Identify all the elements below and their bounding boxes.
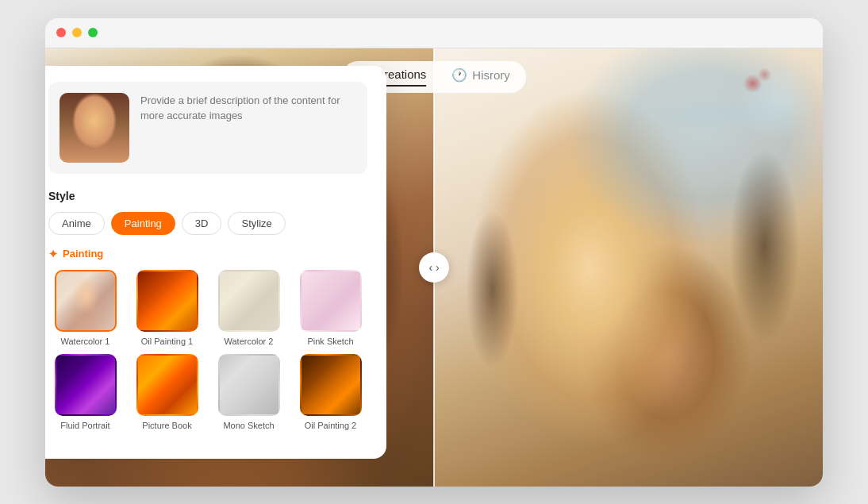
thumb-watercolor1 xyxy=(55,270,117,332)
minimize-button[interactable] xyxy=(72,28,82,37)
style-name-picture-book: Picture Book xyxy=(142,421,191,430)
tab-anime[interactable]: Anime xyxy=(48,212,105,235)
style-name-oil2: Oil Painting 2 xyxy=(305,421,356,430)
style-item-oil2[interactable]: Oil Painting 2 xyxy=(294,354,367,430)
style-item-oil1[interactable]: Oil Painting 1 xyxy=(130,270,204,346)
watercolor-background xyxy=(434,48,823,487)
thumb-oil2 xyxy=(300,354,362,416)
tab-stylize[interactable]: Stylize xyxy=(228,212,285,235)
prompt-input[interactable] xyxy=(140,93,356,163)
style-item-watercolor2[interactable]: Watercolor 2 xyxy=(212,270,286,346)
style-item-picture-book[interactable]: Picture Book xyxy=(130,354,204,430)
thumb-oil1 xyxy=(136,270,198,332)
processed-image xyxy=(434,48,823,487)
style-item-watercolor1[interactable]: Watercolor 1 xyxy=(48,270,122,346)
thumb-picture-book xyxy=(136,354,198,416)
thumb-mono-sketch xyxy=(218,354,280,416)
thumb-pink-sketch xyxy=(300,270,362,332)
style-tabs: Anime Painting 3D Stylize xyxy=(48,212,367,235)
compare-arrows-icon: ‹ › xyxy=(428,261,439,274)
style-name-oil1: Oil Painting 1 xyxy=(141,337,193,346)
close-button[interactable] xyxy=(56,28,66,37)
style-item-pink-sketch[interactable]: Pink Sketch xyxy=(294,270,367,346)
style-name-pink-sketch: Pink Sketch xyxy=(307,337,353,346)
title-bar xyxy=(45,18,823,48)
style-label: Style xyxy=(48,190,367,202)
style-item-mono-sketch[interactable]: Mono Sketch xyxy=(212,354,286,430)
history-icon: 🕐 xyxy=(451,67,467,83)
style-section: Style Anime Painting 3D Stylize ✦ Painti… xyxy=(48,190,367,430)
tab-painting[interactable]: Painting xyxy=(111,212,175,235)
tab-history-label: Hisrory xyxy=(472,68,510,82)
thumb-fluid xyxy=(55,354,117,416)
reference-image[interactable] xyxy=(60,93,129,163)
prompt-area xyxy=(48,82,367,174)
spark-icon: ✦ xyxy=(48,248,58,260)
tab-3d[interactable]: 3D xyxy=(182,212,222,235)
painting-subsection-label: ✦ Painting xyxy=(48,248,367,260)
maximize-button[interactable] xyxy=(88,28,98,37)
style-name-mono-sketch: Mono Sketch xyxy=(223,421,274,430)
avatar-image xyxy=(60,93,129,163)
compare-handle[interactable]: ‹ › xyxy=(419,252,449,283)
style-name-watercolor2: Watercolor 2 xyxy=(225,337,274,346)
painting-label-text: Painting xyxy=(63,248,103,260)
style-grid: Watercolor 1 Oil Painting 1 Watercolor 2… xyxy=(48,270,367,430)
thumb-watercolor2 xyxy=(218,270,280,332)
style-name-watercolor1: Watercolor 1 xyxy=(61,337,110,346)
app-content: 🖼 Creations 🕐 Hisrory ‹ › xyxy=(45,48,823,487)
tab-history[interactable]: 🕐 Hisrory xyxy=(451,67,510,87)
left-panel: Style Anime Painting 3D Stylize ✦ Painti… xyxy=(45,66,386,459)
app-window: 🖼 Creations 🕐 Hisrory ‹ › xyxy=(45,18,823,487)
style-item-fluid[interactable]: Fluid Portrait xyxy=(48,354,122,430)
style-name-fluid: Fluid Portrait xyxy=(60,421,109,430)
